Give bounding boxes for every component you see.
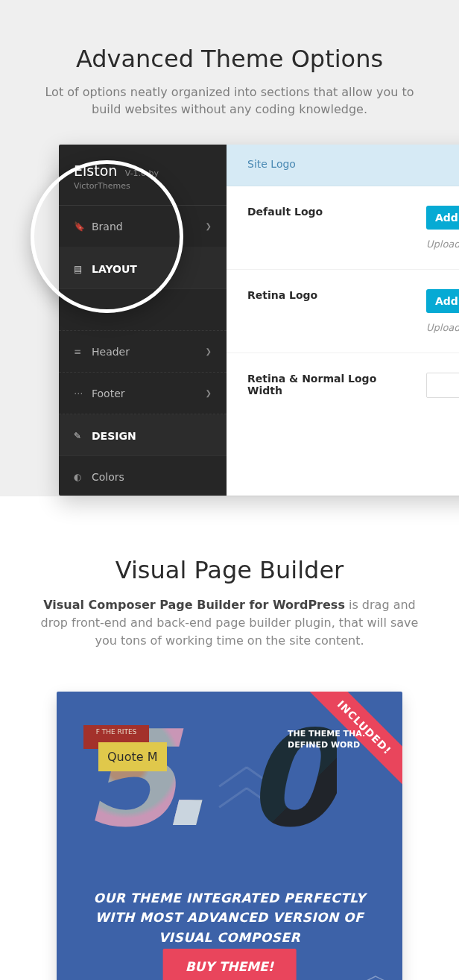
cube-icon [361,973,390,980]
sidebar-label: Footer [92,388,206,399]
sidebar-section-design[interactable]: ✎ DESIGN [59,414,227,456]
field-logo-width: Retina & Normal Logo Width [227,353,459,417]
chevron-right-icon: ❯ [206,389,212,397]
options-content: Site Logo Default Logo Add Upload Retina… [227,145,459,496]
section2-title: Visual Page Builder [37,556,422,584]
add-button[interactable]: Add [426,289,459,313]
digit-0: 0 [244,702,337,856]
menu-icon: ≡ [74,347,92,357]
version-number-art: 5 0 F THE RITES Quote M THE THEME THA. D… [57,692,402,900]
promo-tagline: OUR THEME INTEGRATED PERFECTLY WITH MOST… [57,888,402,947]
chevron-right-icon: ❯ [206,222,212,230]
section1-title: Advanced Theme Options [0,45,459,73]
sidebar-item-footer[interactable]: ⋯ Footer ❯ [59,373,227,414]
logo-width-input[interactable] [426,373,459,398]
field-label: Retina Logo [247,289,404,301]
tab-site-logo[interactable]: Site Logo [227,145,459,186]
section1-subtitle: Lot of options neatly organized into sec… [0,83,459,152]
field-hint: Upload [426,322,459,333]
chevron-right-icon: ❯ [206,347,212,355]
dots-icon: ⋯ [74,388,92,399]
magnifier-ring [31,160,183,313]
sidebar-label: Header [92,346,206,358]
field-default-logo: Default Logo Add Upload [227,186,459,270]
sidebar-item-header[interactable]: ≡ Header ❯ [59,331,227,373]
lead-bold: Visual Composer Page Builder for WordPre… [43,598,345,612]
droplet-icon: ◐ [74,472,92,482]
yellow-tag: Quote M [98,742,167,771]
sidebar-item-colors[interactable]: ◐ Colors [59,456,227,496]
promo-card: INCLUDED! 5 0 F THE RITES Quote M THE TH… [57,692,402,980]
field-label: Retina & Normal Logo Width [247,373,404,396]
add-button[interactable]: Add [426,206,459,230]
field-retina-logo: Retina Logo Add Upload [227,270,459,353]
wand-icon: ✎ [74,431,92,441]
sidebar-label: DESIGN [92,430,212,442]
sidebar-label: Colors [92,471,212,483]
inner-zero-text: THE THEME THA. DEFINED WORD [288,729,370,751]
buy-theme-button[interactable]: BUY THEME! [163,949,297,980]
field-label: Default Logo [247,206,404,218]
field-hint: Upload [426,238,459,250]
section2-subtitle: Visual Composer Page Builder for WordPre… [37,596,422,650]
